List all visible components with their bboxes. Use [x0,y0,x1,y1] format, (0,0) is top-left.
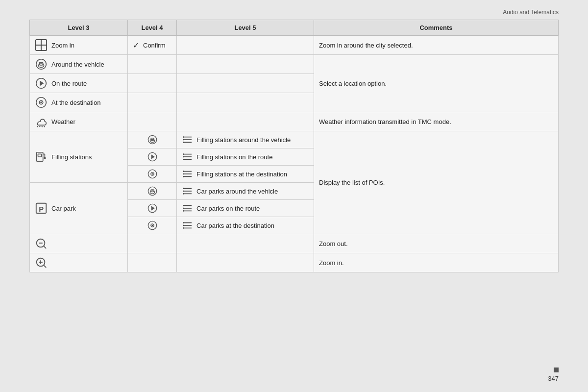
svg-marker-59 [151,206,154,210]
l4-empty-route [128,74,177,93]
parking-icon: P [35,202,48,215]
comments-location: Select a location option. [314,55,559,112]
weather-label: Weather [51,118,75,125]
svg-rect-17 [38,154,42,157]
list-icon-5 [182,204,193,213]
l4-fs-around [128,131,177,148]
svg-marker-8 [40,80,44,86]
weather-icon [35,115,48,128]
confirm-label: Confirm [143,42,166,49]
at-destination-icon [35,96,48,109]
around-vehicle-icon [35,58,48,71]
svg-line-15 [44,126,45,127]
col-header-l5: Level 5 [177,20,314,36]
fs-route-label: Filling stations on the route [196,153,272,161]
l3-filling-stations: Filling stations [30,131,128,183]
l3-at-destination: At the destination [30,93,128,112]
comments-zoom-out: Zoom out. [314,234,559,253]
around-vehicle-label: Around the vehicle [51,61,104,68]
l4-empty-zout [128,234,177,253]
l4-cp-around [128,183,177,200]
svg-line-12 [37,126,38,127]
l5-empty-route [177,74,314,93]
l5-cp-dest: Car parks at the destination [177,217,314,234]
list-icon-1 [182,135,193,144]
l3-on-route: On the route [30,74,128,93]
fuel-icon [35,150,48,163]
l5-fs-dest: Filling stations at the destination [177,166,314,183]
cp-route-label: Car parks on the route [196,205,260,212]
l5-cp-around: Car parks around the vehicle [177,183,314,200]
col-header-l3: Level 3 [30,20,128,36]
comments-weather: Weather information transmitted in TMC m… [314,112,559,131]
l4-empty-around [128,55,177,74]
fs-around-vehicle-icon [147,134,158,145]
comments-poi: Display the list of POIs. [314,131,559,234]
table-row: Around the vehicle Select a location opt… [30,55,559,74]
table-row: Zoom in. [30,253,559,272]
cp-around-vehicle-icon [147,186,158,196]
zoom-in2-icon [35,256,48,269]
l4-confirm: ✓ Confirm [128,36,177,55]
l4-empty-dest [128,93,177,112]
at-destination-label: At the destination [51,99,100,106]
comments-zoom-in: Zoom in around the city selected. [314,36,559,55]
l3-zoom-in2 [30,253,128,272]
on-route-icon [35,77,48,90]
l4-cp-dest [128,217,177,234]
l5-empty-1 [177,36,314,55]
table-row: Filling stations [30,131,559,148]
l5-empty-zout [177,234,314,253]
l5-empty-zin2 [177,253,314,272]
list-icon-6 [182,221,193,230]
svg-line-13 [39,126,40,127]
fs-around-label: Filling stations around the vehicle [196,136,291,144]
cp-dest-label: Car parks at the destination [196,222,274,229]
l5-empty-weather [177,112,314,131]
svg-point-40 [152,173,153,174]
l4-cp-route [128,200,177,217]
table-row: Zoom in ✓ Confirm Zoom in around the cit… [30,36,559,55]
zoom-out-icon [35,237,48,250]
l4-fs-dest [128,166,177,183]
cp-route-icon [147,203,158,214]
list-icon-2 [182,152,193,161]
svg-marker-31 [151,154,154,159]
svg-line-77 [44,246,47,249]
l3-around-vehicle: Around the vehicle [30,55,128,74]
l5-fs-route: Filling stations on the route [177,148,314,166]
page-number: 347 [548,375,559,382]
l3-car-park: P Car park [30,183,128,234]
col-header-l4: Level 4 [128,20,177,36]
filling-stations-label: Filling stations [51,153,92,161]
comments-zoom-in2: Zoom in. [314,253,559,272]
page-title: Audio and Telematics [503,9,559,16]
l5-cp-route: Car parks on the route [177,200,314,217]
l5-empty-around [177,55,314,74]
cp-around-label: Car parks around the vehicle [196,188,278,195]
l4-empty-zin2 [128,253,177,272]
list-icon-3 [182,170,193,178]
svg-point-20 [44,157,46,159]
fs-route-icon [147,151,158,162]
fs-dest-icon [147,169,158,179]
col-header-comments: Comments [314,20,559,36]
l3-zoom-out [30,234,128,253]
page-square-icon [554,368,559,372]
l5-empty-dest [177,93,314,112]
main-content: Level 3 Level 4 Level 5 Comments [29,20,559,272]
svg-line-81 [44,266,47,268]
svg-text:P: P [39,205,44,213]
menu-table: Level 3 Level 4 Level 5 Comments [29,20,559,272]
svg-point-11 [41,102,42,103]
l3-weather: Weather [30,112,128,131]
l4-fs-route [128,148,177,166]
zoom-in-label: Zoom in [51,42,74,49]
table-row: Weather Weather information transmitted … [30,112,559,131]
cp-dest-icon [147,220,158,231]
l5-fs-around: Filling stations around the vehicle [177,131,314,148]
car-park-label: Car park [51,205,76,212]
crosshair-icon [35,39,48,51]
list-icon-4 [182,187,193,196]
svg-line-14 [42,126,43,127]
